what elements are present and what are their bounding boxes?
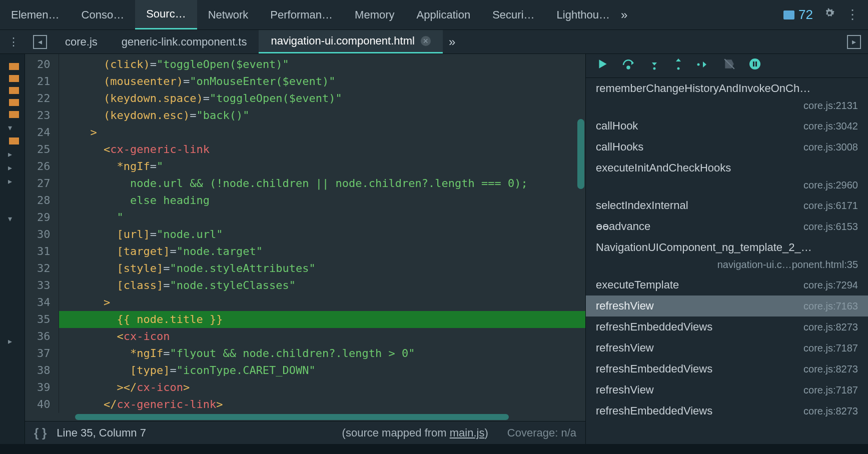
call-stack-frame[interactable]: refreshEmbeddedViewscore.js:8273 <box>586 316 868 338</box>
call-stack-frame[interactable]: refreshViewcore.js:7187 <box>586 380 868 400</box>
fold-arrow-icon[interactable]: ▸ <box>8 163 25 172</box>
panel-tab[interactable]: Memory <box>344 0 405 30</box>
code-line[interactable]: [target]="node.target" <box>59 243 586 260</box>
code-line[interactable]: (keydown.esc)="back()" <box>59 107 586 124</box>
fold-arrow-icon[interactable]: ▸ <box>8 150 25 159</box>
code-line[interactable]: [url]="node.url" <box>59 226 586 243</box>
sourcemap-link[interactable]: main.js <box>450 426 485 439</box>
resume-icon[interactable] <box>596 58 609 74</box>
breakpoint-marker[interactable] <box>9 63 19 70</box>
call-stack-frame[interactable]: executeTemplatecore.js:7294 <box>586 274 868 296</box>
panel-tab[interactable]: Application <box>406 0 482 30</box>
call-stack-frame[interactable]: rememberChangeHistoryAndInvokeOnCh… <box>586 78 868 99</box>
call-stack-frame[interactable]: callHookscore.js:3008 <box>586 136 868 158</box>
code-line[interactable]: > <box>59 294 586 311</box>
scrollbar-thumb[interactable] <box>75 414 509 420</box>
line-number-gutter: 2021222324252627282930313233343536373839… <box>25 54 59 413</box>
editor-status-bar: { } Line 35, Column 7 (source mapped fro… <box>25 421 585 444</box>
call-stack-frame[interactable]: refreshEmbeddedViewscore.js:8273 <box>586 400 868 422</box>
breakpoint-marker[interactable] <box>9 111 19 118</box>
call-stack-frame[interactable]: refreshViewcore.js:7187 <box>586 338 868 358</box>
pause-exceptions-icon[interactable] <box>749 58 761 74</box>
code-line[interactable]: (mouseenter)="onMouseEnter($event)" <box>59 73 586 90</box>
step-out-icon[interactable] <box>673 58 684 74</box>
step-icon[interactable] <box>697 58 710 74</box>
pretty-print-icon[interactable]: { } <box>34 426 47 440</box>
panel-tab[interactable]: Conso… <box>71 0 136 30</box>
breakpoint-marker[interactable] <box>9 99 19 106</box>
more-tabs-icon[interactable]: » <box>621 8 627 22</box>
nav-forward-icon[interactable]: ▸ <box>847 35 861 49</box>
deactivate-breakpoints-icon[interactable] <box>723 58 736 74</box>
vertical-scrollbar[interactable] <box>577 119 584 189</box>
panel-tab[interactable]: Performan… <box>259 0 344 30</box>
svg-point-1 <box>653 68 656 70</box>
svg-rect-5 <box>753 62 754 66</box>
close-tab-icon[interactable]: × <box>421 36 431 46</box>
svg-rect-6 <box>755 62 757 66</box>
code-line[interactable]: (click)="toggleOpen($event)" <box>59 56 586 73</box>
cursor-position: Line 35, Column 7 <box>57 426 146 440</box>
stack-location[interactable]: navigation-ui.c…ponent.html:35 <box>586 258 868 274</box>
code-line[interactable]: [class]="node.styleClasses" <box>59 277 586 294</box>
code-line[interactable]: " <box>59 209 586 226</box>
panel-tab[interactable]: Elemen… <box>0 0 71 30</box>
stack-location: core.js:8273 <box>803 406 858 417</box>
code-line[interactable]: *ngIf=" <box>59 158 586 175</box>
call-stack-frame[interactable]: refreshViewcore.js:7163 <box>586 296 868 316</box>
drawer-strip[interactable] <box>0 444 868 454</box>
sources-kebab-icon[interactable]: ⋮ <box>0 36 27 48</box>
issues-icon <box>783 10 794 20</box>
svg-point-2 <box>677 68 680 70</box>
fold-arrow-icon[interactable]: ▾ <box>8 123 25 132</box>
sourcemap-info: (source mapped from main.js) <box>342 426 488 440</box>
call-stack-frame[interactable]: refreshEmbeddedViewscore.js:8273 <box>586 358 868 380</box>
issues-count: 72 <box>798 7 813 22</box>
stack-location[interactable]: core.js:2131 <box>586 99 868 116</box>
breakpoint-marker[interactable] <box>9 87 19 94</box>
svg-point-4 <box>749 58 760 70</box>
code-line[interactable]: else heading <box>59 192 586 209</box>
code-line[interactable]: {{ node.title }} <box>59 311 586 328</box>
step-into-icon[interactable] <box>649 58 660 74</box>
issues-badge[interactable]: 72 <box>783 7 813 22</box>
code-content[interactable]: (click)="toggleOpen($event)" (mouseenter… <box>59 54 586 413</box>
code-line[interactable]: (keydown.space)="toggleOpen($event)" <box>59 90 586 107</box>
call-stack-frame[interactable]: executeInitAndCheckHooks <box>586 158 868 178</box>
horizontal-scrollbar[interactable] <box>75 413 585 421</box>
call-stack-frame[interactable]: NavigationUIComponent_ng_template_2_… <box>586 237 868 258</box>
code-line[interactable]: ></cx-icon> <box>59 379 586 396</box>
more-files-icon[interactable]: » <box>449 35 455 49</box>
kebab-menu-icon[interactable]: ⋮ <box>846 7 859 22</box>
call-stack-frame[interactable]: ɵɵadvancecore.js:6153 <box>586 216 868 237</box>
breakpoint-marker[interactable] <box>9 75 19 82</box>
file-tab[interactable]: core.js <box>53 30 110 54</box>
panel-tab[interactable]: Securi… <box>481 0 545 30</box>
code-line[interactable]: > <box>59 124 586 141</box>
code-line[interactable]: [type]="iconType.CARET_DOWN" <box>59 362 586 379</box>
code-line[interactable]: node.url && (!node.children || node.chil… <box>59 175 586 192</box>
code-editor[interactable]: 2021222324252627282930313233343536373839… <box>25 54 585 444</box>
code-line[interactable]: [style]="node.styleAttributes" <box>59 260 586 277</box>
call-stack-frame[interactable]: selectIndexInternalcore.js:6171 <box>586 195 868 216</box>
file-tab[interactable]: navigation-ui.component.html× <box>259 30 442 54</box>
fold-arrow-icon[interactable]: ▸ <box>8 336 25 346</box>
code-line[interactable]: <cx-generic-link <box>59 141 586 158</box>
code-line[interactable]: <cx-icon <box>59 328 586 345</box>
devtools-panel-tabs: Elemen…Conso…Sourc…NetworkPerforman…Memo… <box>0 0 868 30</box>
file-tab[interactable]: generic-link.component.ts <box>110 30 259 54</box>
panel-tab[interactable]: Lighthou… <box>546 0 621 30</box>
step-over-icon[interactable] <box>622 58 636 74</box>
settings-gear-icon[interactable] <box>823 6 836 23</box>
code-line[interactable]: </cx-generic-link> <box>59 396 586 413</box>
panel-tab[interactable]: Network <box>197 0 260 30</box>
nav-back-icon[interactable]: ◂ <box>33 35 47 49</box>
panel-tab[interactable]: Sourc… <box>135 0 197 30</box>
code-line[interactable]: *ngIf="flyout && node.children?.length >… <box>59 345 586 362</box>
stack-location[interactable]: core.js:2960 <box>586 178 868 195</box>
breakpoint-marker[interactable] <box>9 138 19 144</box>
fold-arrow-icon[interactable]: ▾ <box>8 214 25 224</box>
stack-location: core.js:7294 <box>803 280 858 291</box>
call-stack-frame[interactable]: callHookcore.js:3042 <box>586 116 868 136</box>
fold-arrow-icon[interactable]: ▸ <box>8 176 25 186</box>
